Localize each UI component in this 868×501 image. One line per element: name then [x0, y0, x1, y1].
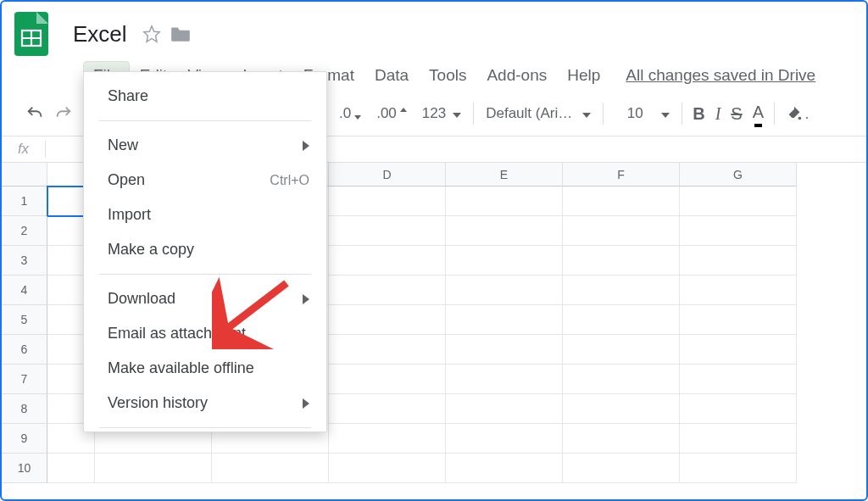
- decrease-decimal-button[interactable]: .0: [332, 98, 370, 129]
- row-header[interactable]: 10: [2, 454, 47, 483]
- cell[interactable]: [446, 246, 563, 276]
- cell[interactable]: [329, 454, 446, 483]
- cell[interactable]: [446, 335, 563, 365]
- menu-divider: [99, 427, 311, 428]
- cell[interactable]: [47, 454, 95, 483]
- cell[interactable]: [329, 394, 446, 424]
- select-all-corner[interactable]: [2, 163, 47, 186]
- cell[interactable]: [446, 365, 563, 394]
- cell[interactable]: [680, 454, 797, 483]
- bold-button[interactable]: B: [687, 98, 709, 129]
- row-header[interactable]: 7: [2, 365, 47, 394]
- font-family-dropdown[interactable]: Default (Ari…: [479, 98, 598, 129]
- cell[interactable]: [563, 335, 680, 365]
- submenu-arrow-icon: [303, 398, 309, 409]
- folder-icon[interactable]: [170, 25, 192, 43]
- cell[interactable]: [680, 394, 797, 424]
- menu-divider: [99, 274, 311, 275]
- cell[interactable]: [680, 216, 797, 246]
- cell[interactable]: [446, 454, 563, 483]
- row-header[interactable]: 6: [2, 335, 47, 365]
- cell[interactable]: [680, 246, 797, 276]
- cell[interactable]: [329, 246, 446, 276]
- cell[interactable]: [446, 216, 563, 246]
- undo-button[interactable]: [20, 98, 49, 129]
- cell[interactable]: [563, 394, 680, 424]
- fx-icon: fx: [2, 141, 46, 158]
- menu-divider: [99, 120, 311, 121]
- font-size-dropdown[interactable]: 10: [609, 98, 676, 129]
- menu-tools[interactable]: Tools: [419, 61, 476, 90]
- row-header[interactable]: 8: [2, 394, 47, 424]
- file-menu-offline[interactable]: Make available offline: [84, 351, 326, 386]
- cell[interactable]: [680, 335, 797, 365]
- cell[interactable]: [680, 424, 797, 454]
- italic-button[interactable]: I: [710, 98, 726, 129]
- column-header[interactable]: D: [329, 163, 446, 186]
- cell[interactable]: [212, 454, 329, 483]
- cell[interactable]: [446, 394, 563, 424]
- cell[interactable]: [563, 454, 680, 483]
- column-header[interactable]: G: [680, 163, 797, 186]
- row-header[interactable]: 3: [2, 246, 47, 276]
- cell[interactable]: [680, 186, 797, 216]
- star-icon[interactable]: [142, 25, 161, 43]
- text-color-button[interactable]: A: [748, 98, 769, 129]
- cell[interactable]: [680, 305, 797, 335]
- cell[interactable]: [329, 305, 446, 335]
- row-header[interactable]: 9: [2, 424, 47, 454]
- document-title[interactable]: Excel: [73, 21, 127, 47]
- toolbar-separator: [473, 103, 474, 125]
- file-menu-new[interactable]: New: [84, 128, 326, 163]
- file-menu-open[interactable]: Open Ctrl+O: [84, 163, 326, 198]
- column-header[interactable]: F: [563, 163, 680, 186]
- cell[interactable]: [563, 246, 680, 276]
- save-status[interactable]: All changes saved in Drive: [626, 66, 815, 85]
- cell[interactable]: [563, 305, 680, 335]
- svg-marker-4: [143, 26, 159, 42]
- cell[interactable]: [563, 216, 680, 246]
- file-menu-download[interactable]: Download: [84, 281, 326, 316]
- submenu-arrow-icon: [303, 294, 309, 304]
- file-menu-share[interactable]: Share: [84, 79, 326, 114]
- cell[interactable]: [563, 276, 680, 305]
- cell[interactable]: [446, 305, 563, 335]
- row-header[interactable]: 4: [2, 276, 47, 305]
- cell[interactable]: [329, 276, 446, 305]
- file-menu-email-attachment[interactable]: Email as attachment: [84, 316, 326, 351]
- cell[interactable]: [329, 335, 446, 365]
- fill-color-button[interactable]: [780, 98, 814, 129]
- cell[interactable]: [329, 186, 446, 216]
- row-header[interactable]: 1: [2, 186, 47, 216]
- cell[interactable]: [563, 365, 680, 394]
- row-header[interactable]: 5: [2, 305, 47, 335]
- cell[interactable]: [446, 276, 563, 305]
- menu-addons[interactable]: Add-ons: [476, 61, 557, 90]
- column-header[interactable]: E: [446, 163, 563, 186]
- redo-button[interactable]: [49, 98, 78, 129]
- cell[interactable]: [329, 424, 446, 454]
- keyboard-shortcut: Ctrl+O: [270, 173, 309, 188]
- cell[interactable]: [680, 365, 797, 394]
- cell[interactable]: [563, 424, 680, 454]
- toolbar-separator: [774, 103, 775, 125]
- file-menu-import[interactable]: Import: [84, 198, 326, 232]
- menu-help[interactable]: Help: [557, 61, 610, 90]
- file-menu-make-copy[interactable]: Make a copy: [84, 232, 326, 267]
- cell[interactable]: [563, 186, 680, 216]
- cell[interactable]: [329, 216, 446, 246]
- title-bar: Excel: [2, 2, 866, 58]
- file-menu-version-history[interactable]: Version history: [84, 386, 326, 420]
- cell[interactable]: [329, 365, 446, 394]
- svg-point-6: [806, 117, 808, 119]
- cell[interactable]: [446, 186, 563, 216]
- cell[interactable]: [446, 424, 563, 454]
- number-format-dropdown[interactable]: 123: [415, 98, 468, 129]
- strikethrough-button[interactable]: S: [726, 98, 747, 129]
- menu-data[interactable]: Data: [364, 61, 419, 90]
- row-header[interactable]: 2: [2, 216, 47, 246]
- cell[interactable]: [680, 276, 797, 305]
- svg-point-5: [798, 117, 802, 120]
- cell[interactable]: [95, 454, 212, 483]
- increase-decimal-button[interactable]: .00: [370, 98, 415, 129]
